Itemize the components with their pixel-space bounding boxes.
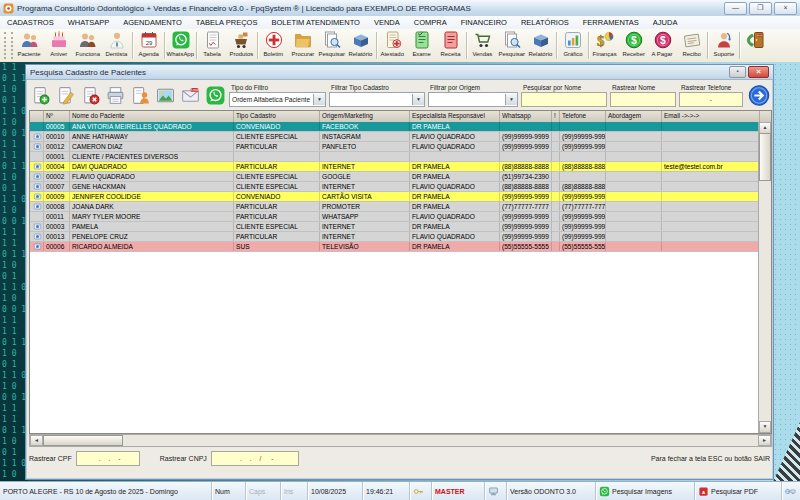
toolbar-dentista-button[interactable]: Dentista [102, 29, 131, 62]
menu-whatsapp[interactable]: WHATSAPP [61, 17, 117, 28]
rastrear-telefone-input[interactable] [679, 92, 743, 107]
toolbar-atestado-button[interactable]: Atestado [378, 29, 407, 62]
patient-row-00004[interactable]: 00004DAVI QUADRADOPARTICULARINTERNETDR P… [30, 162, 759, 172]
column-header-[interactable]: ! [552, 111, 560, 122]
horizontal-scroll-thumb[interactable] [43, 435, 123, 446]
toolbar-recibo-button[interactable]: Recibo [677, 29, 706, 62]
scroll-down-arrow[interactable]: ▼ [759, 421, 771, 433]
patient-row-00010[interactable]: 00010ANNE HATHAWAYCLIENTE ESPECIALINSTAG… [30, 132, 759, 142]
horizontal-scrollbar[interactable]: ◄ ► [29, 434, 772, 447]
pesquisar-por-nome-input[interactable] [521, 92, 607, 107]
toolbar-pesquisar-button[interactable]: Pesquisar [497, 29, 526, 62]
menu-ferramentas[interactable]: FERRAMENTAS [576, 17, 646, 28]
status-search-pdf[interactable]: APesquisar PDF [695, 482, 782, 500]
toolbar-produtos-button[interactable]: Produtos [227, 29, 256, 62]
search-go-button[interactable] [748, 84, 770, 107]
toolbar-agenda-button[interactable]: 29Agenda [134, 29, 163, 62]
column-header-n[interactable]: Nº [44, 111, 70, 122]
toolbar-aniver-button[interactable]: Aniver [44, 29, 73, 62]
print-button[interactable] [104, 84, 126, 107]
column-header-especialista-responsavel[interactable]: Especialista Responsável [410, 111, 500, 122]
menu-boletim-atendimento[interactable]: BOLETIM ATENDIMENTO [264, 17, 366, 28]
column-header-icon[interactable] [30, 111, 44, 122]
toolbar-relatorio-button[interactable]: Relatório [346, 29, 375, 62]
chevron-down-icon[interactable]: ▼ [412, 94, 424, 105]
column-header-whatsapp[interactable]: Whatsapp [500, 111, 552, 122]
status-search-images[interactable]: Pesquisar Imagens [596, 482, 695, 500]
rastrear-nome-input[interactable] [610, 92, 676, 107]
restore-button[interactable]: ❒ [749, 2, 772, 15]
menu-cadastros[interactable]: CADASTROS [0, 17, 61, 28]
patient-row-00011[interactable]: 00011MARY TYLER MOOREPARTICULARWHATSAPPF… [30, 212, 759, 222]
add-record-button[interactable] [29, 84, 51, 107]
toolbar-receita-button[interactable]: Receita [436, 29, 465, 62]
send-email-button[interactable]: E-mail [179, 84, 201, 107]
scroll-left-arrow[interactable]: ◄ [30, 435, 43, 446]
delete-record-button[interactable] [79, 84, 101, 107]
rastrear-cnpj-label: Rastrear CNPJ [160, 455, 207, 462]
toolbar-procurar-button[interactable]: Procurar [288, 29, 317, 62]
patient-row-00007[interactable]: 00007GENE HACKMANCLIENTE ESPECIALINTERNE… [30, 182, 759, 192]
cell-excl [552, 192, 560, 201]
patient-row-00003[interactable]: 00003PAMELACLIENTE ESPECIALINTERNETDR PA… [30, 222, 759, 232]
menu-venda[interactable]: VENDA [367, 17, 407, 28]
toolbar-tabela-button[interactable]: Tabela [198, 29, 227, 62]
column-header-nome-do-paciente[interactable]: Nome do Paciente [70, 111, 234, 122]
menu-compra[interactable]: COMPRA [407, 17, 454, 28]
filtrar-tipo-cadastro-select[interactable]: ▼ [329, 92, 425, 107]
toolbar-whatsapp-button[interactable]: WhatsApp [166, 29, 195, 62]
column-header-abordagem[interactable]: Abordagem [606, 111, 662, 122]
cell-type: CLIENTE ESPECIAL [234, 182, 320, 191]
vertical-scrollbar[interactable]: ▲ ▼ [758, 122, 771, 433]
menu-agendamento[interactable]: AGENDAMENTO [116, 17, 189, 28]
status-tools[interactable] [782, 482, 800, 500]
chevron-down-icon[interactable]: ▼ [505, 94, 517, 105]
vertical-scroll-thumb[interactable] [759, 133, 771, 181]
toolbar-sair-button[interactable]: EXIT [741, 29, 770, 62]
toolbar-a-pagar-button[interactable]: $A Pagar [648, 29, 677, 62]
dialog-close-button[interactable]: × [748, 66, 769, 78]
rastrear-cnpj-input[interactable] [211, 451, 299, 466]
tipo-do-filtro-select[interactable]: Ordem Alfabetica Paciente▼ [229, 92, 326, 107]
patient-row-00009[interactable]: 00009JENNIFER COOLIDGECONVENIADOCARTÃO V… [30, 192, 759, 202]
rastrear-cpf-input[interactable] [76, 451, 140, 466]
column-header-telefone[interactable]: Telefone [560, 111, 606, 122]
menu-ajuda[interactable]: AJUDA [646, 17, 685, 28]
toolbar-boletim-button[interactable]: Boletim [259, 29, 288, 62]
patient-row-00006[interactable]: 00006RICARDO ALMEIDASUSTELEVISÃODR PAMEL… [30, 242, 759, 252]
toolbar-financas-button[interactable]: $Finanças [590, 29, 619, 62]
toolbar-exame-button[interactable]: Exame [407, 29, 436, 62]
dialog-pin-button[interactable]: ▪ [729, 66, 746, 78]
toolbar-paciente-button[interactable]: Paciente [15, 29, 44, 62]
patient-row-00008[interactable]: 00008JOANA DARKPARTICULARPROMOTERDR PAME… [30, 202, 759, 212]
patient-row-00002[interactable]: 00002FLAVIO QUADRADOCLIENTE ESPECIALGOOG… [30, 172, 759, 182]
toolbar-funciona-button[interactable]: Funciona [73, 29, 102, 62]
column-header-origem-marketing[interactable]: Origem/Marketing [320, 111, 410, 122]
send-whatsapp-button[interactable] [204, 84, 226, 107]
patient-row-00012[interactable]: 00012CAMERON DIAZPARTICULARPANFLETOFLAVI… [30, 142, 759, 152]
toolbar-gripper[interactable] [4, 32, 13, 59]
photos-button[interactable] [154, 84, 176, 107]
filtrar-por-origem-select[interactable]: ▼ [428, 92, 518, 107]
column-header-email[interactable]: Email ->->-> [662, 111, 760, 122]
contact-file-button[interactable] [129, 84, 151, 107]
toolbar-receber-button[interactable]: $Receber [619, 29, 648, 62]
add-icon [30, 85, 51, 106]
chevron-down-icon[interactable]: ▼ [313, 94, 325, 105]
patient-row-00005[interactable]: 00005ANA VITORIA MEIRELLES QUADRADOCONVE… [30, 122, 759, 132]
toolbar-pesquisar-button[interactable]: Pesquisar [317, 29, 346, 62]
patient-row-00013[interactable]: 00013PENELOPE CRUZPARTICULARINTERNETFLAV… [30, 232, 759, 242]
toolbar-grafico-button[interactable]: Gráfico [558, 29, 587, 62]
menu-financeiro[interactable]: FINANCEIRO [454, 17, 514, 28]
minimize-button[interactable]: — [724, 2, 747, 15]
toolbar-vendas-button[interactable]: Vendas [468, 29, 497, 62]
menu-relatorios[interactable]: RELATÓRIOS [514, 17, 576, 28]
close-button[interactable]: × [774, 2, 797, 15]
toolbar-suporte-button[interactable]: Suporte [709, 29, 738, 62]
column-header-tipo-cadastro[interactable]: Tipo Cadastro [234, 111, 320, 122]
menu-tabela-precos[interactable]: TABELA PREÇOS [189, 17, 265, 28]
toolbar-relatorio-button[interactable]: Relatório [526, 29, 555, 62]
edit-record-button[interactable] [54, 84, 76, 107]
scroll-right-arrow[interactable]: ► [758, 435, 771, 446]
patient-row-00001[interactable]: 00001CLIENTE / PACIENTES DIVERSOS [30, 152, 759, 162]
